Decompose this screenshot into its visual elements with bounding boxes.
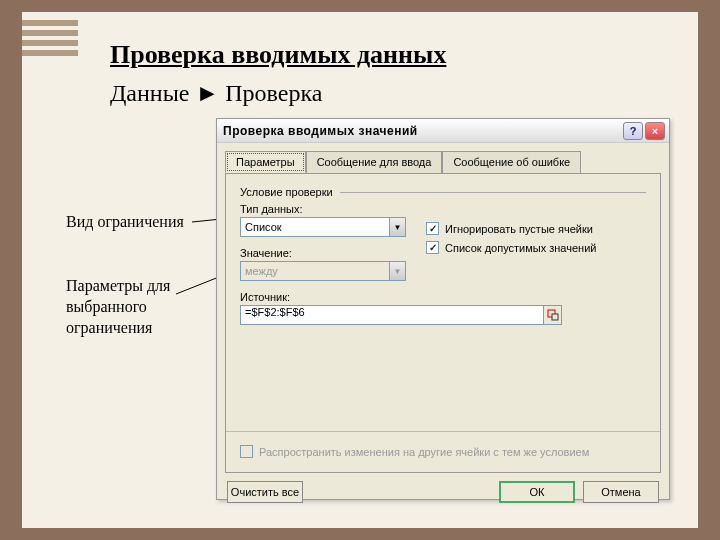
dialog-button-row: Очистить все ОК Отмена: [217, 481, 669, 513]
tab-panel-parameters: Условие проверки Тип данных: Список ▼ ✓ …: [225, 173, 661, 473]
combo-data-type-value: Список: [241, 221, 389, 233]
annotation-line: Параметры для: [66, 277, 170, 294]
button-spacer: [311, 481, 491, 503]
cancel-button[interactable]: Отмена: [583, 481, 659, 503]
checkbox-box: ✓: [426, 222, 439, 235]
group-divider: [340, 192, 646, 193]
combo-value-text: между: [241, 265, 389, 277]
combo-value: между ▼: [240, 261, 406, 281]
label-source: Источник:: [240, 291, 646, 303]
source-row: =$F$2:$F$6: [240, 305, 562, 325]
slide-heading: Проверка вводимых данных: [110, 40, 446, 70]
annotation-params: Параметры для выбранного ограничения: [66, 276, 170, 338]
checkbox-box-disabled: [240, 445, 253, 458]
group-label-condition: Условие проверки: [240, 186, 646, 193]
annotation-constraint-type: Вид ограничения: [66, 212, 184, 233]
range-picker-icon: [547, 309, 559, 321]
annotation-line: выбранного: [66, 298, 147, 315]
tab-strip: Параметры Сообщение для ввода Сообщение …: [217, 143, 669, 173]
annotation-line: ограничения: [66, 319, 152, 336]
decor-stripe: [22, 20, 78, 26]
propagate-label: Распространить изменения на другие ячейк…: [259, 446, 589, 458]
close-button[interactable]: ×: [645, 122, 665, 140]
combo-data-type[interactable]: Список ▼: [240, 217, 406, 237]
chevron-down-icon: ▼: [389, 262, 405, 280]
label-data-type: Тип данных:: [240, 203, 646, 215]
validation-dialog: Проверка вводимых значений ? × Параметры…: [216, 118, 670, 500]
decor-stripe: [22, 40, 78, 46]
checkbox-ignore-empty[interactable]: ✓ Игнорировать пустые ячейки: [426, 222, 596, 235]
checkbox-column: ✓ Игнорировать пустые ячейки ✓ Список до…: [426, 222, 596, 260]
decor-stripe: [22, 50, 78, 56]
clear-all-button[interactable]: Очистить все: [227, 481, 303, 503]
checkbox-propagate: Распространить изменения на другие ячейк…: [240, 445, 589, 458]
checkbox-label: Список допустимых значений: [445, 242, 596, 254]
slide-background: Проверка вводимых данных Данные ► Провер…: [22, 12, 698, 528]
chevron-down-icon[interactable]: ▼: [389, 218, 405, 236]
range-picker-button[interactable]: [544, 305, 562, 325]
help-button[interactable]: ?: [623, 122, 643, 140]
checkbox-box: ✓: [426, 241, 439, 254]
tab-parameters[interactable]: Параметры: [225, 151, 306, 173]
dialog-titlebar[interactable]: Проверка вводимых значений ? ×: [217, 119, 669, 143]
group-text: Условие проверки: [240, 186, 333, 198]
ok-button[interactable]: ОК: [499, 481, 575, 503]
checkbox-label: Игнорировать пустые ячейки: [445, 223, 593, 235]
panel-divider: [226, 431, 660, 432]
checkbox-allow-list[interactable]: ✓ Список допустимых значений: [426, 241, 596, 254]
tab-error-message[interactable]: Сообщение об ошибке: [442, 151, 581, 173]
source-input[interactable]: =$F$2:$F$6: [240, 305, 544, 325]
decor-stripe: [22, 30, 78, 36]
dialog-title: Проверка вводимых значений: [223, 124, 621, 138]
svg-rect-3: [552, 314, 558, 320]
tab-input-message[interactable]: Сообщение для ввода: [306, 151, 443, 173]
slide-subheading: Данные ► Проверка: [110, 80, 322, 107]
